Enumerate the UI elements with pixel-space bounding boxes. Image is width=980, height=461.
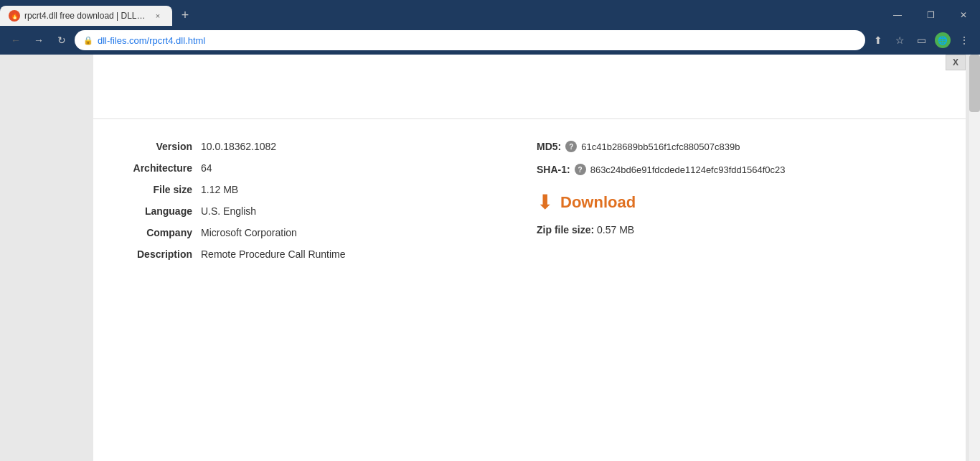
md5-row: MD5: ? 61c41b28689bb516f1cfc880507c839b (537, 141, 937, 152)
close-button[interactable]: ✕ (947, 2, 980, 28)
url-text: dll-files.com/rpcrt4.dll.html (98, 35, 857, 46)
md5-info-icon[interactable]: ? (565, 141, 577, 152)
bookmark-icon[interactable]: ☆ (890, 30, 910, 50)
toolbar-icons: ⬆ ☆ ▭ 🌐 ⋮ (868, 30, 974, 50)
hash-download-section: MD5: ? 61c41b28689bb516f1cfc880507c839b … (529, 141, 937, 270)
page-wrapper: X Version 10.0.18362.1082 Architecture 6… (0, 55, 980, 461)
company-row: Company Microsoft Corporation (108, 227, 508, 238)
file-info-section: Version 10.0.18362.1082 Architecture 64 … (93, 119, 966, 292)
sha1-value: 863c24bd6e91fdcdede1124efc93fdd1564f0c23 (590, 164, 786, 175)
file-size-label: File size (108, 184, 201, 195)
window-controls: — ❒ ✕ (881, 4, 980, 26)
banner-area (93, 55, 966, 119)
address-bar: ← → ↻ 🔒 dll-files.com/rpcrt4.dll.html ⬆ … (0, 26, 980, 55)
version-label: Version (108, 141, 201, 152)
active-tab[interactable]: 🔥 rpcrt4.dll free download | DLL-fi... × (0, 6, 172, 26)
file-details: Version 10.0.18362.1082 Architecture 64 … (108, 141, 529, 270)
browser-chrome: 🔥 rpcrt4.dll free download | DLL-fi... ×… (0, 0, 980, 55)
zip-size-label: Zip file size: (537, 224, 594, 236)
tab-bar: 🔥 rpcrt4.dll free download | DLL-fi... ×… (0, 0, 980, 26)
zip-info: Zip file size: 0.57 MB (537, 224, 937, 236)
sha1-row: SHA-1: ? 863c24bd6e91fdcdede1124efc93fdd… (537, 164, 937, 175)
download-button[interactable]: ⬇ Download (537, 192, 636, 213)
content-close-button[interactable]: X (946, 55, 966, 70)
scrollbar-thumb[interactable] (969, 55, 980, 112)
share-icon[interactable]: ⬆ (868, 30, 888, 50)
md5-label: MD5: (537, 141, 561, 152)
architecture-label: Architecture (108, 162, 201, 174)
tab-favicon: 🔥 (9, 10, 20, 22)
company-label: Company (108, 227, 201, 238)
new-tab-button[interactable]: + (175, 5, 195, 25)
download-text: Download (560, 193, 636, 212)
md5-value: 61c41b28689bb516f1cfc880507c839b (581, 141, 740, 152)
sha1-label: SHA-1: (537, 164, 570, 175)
reload-button[interactable]: ↻ (52, 30, 72, 50)
zip-size-value: 0.57 MB (597, 224, 634, 236)
url-bar[interactable]: 🔒 dll-files.com/rpcrt4.dll.html (75, 30, 865, 50)
company-value: Microsoft Corporation (201, 227, 297, 238)
lock-icon: 🔒 (83, 36, 93, 45)
language-row: Language U.S. English (108, 205, 508, 217)
sidebar-icon[interactable]: ▭ (911, 30, 931, 50)
main-content: X Version 10.0.18362.1082 Architecture 6… (93, 55, 966, 461)
architecture-value: 64 (201, 162, 212, 174)
minimize-button[interactable]: — (881, 2, 914, 28)
download-icon: ⬇ (537, 192, 553, 213)
back-button[interactable]: ← (6, 30, 26, 50)
sha1-info-icon[interactable]: ? (575, 164, 586, 175)
language-value: U.S. English (201, 205, 256, 217)
file-size-value: 1.12 MB (201, 184, 238, 195)
description-row: Description Remote Procedure Call Runtim… (108, 248, 508, 260)
description-value: Remote Procedure Call Runtime (201, 248, 346, 260)
menu-icon[interactable]: ⋮ (954, 30, 974, 50)
file-size-row: File size 1.12 MB (108, 184, 508, 195)
scrollbar-area (966, 55, 980, 461)
profile-avatar: 🌐 (935, 32, 951, 48)
tab-title: rpcrt4.dll free download | DLL-fi... (24, 11, 148, 21)
scrollbar-track[interactable] (969, 55, 980, 461)
architecture-row: Architecture 64 (108, 162, 508, 174)
sidebar-left (0, 55, 93, 461)
forward-button[interactable]: → (29, 30, 49, 50)
language-label: Language (108, 205, 201, 217)
version-value: 10.0.18362.1082 (201, 141, 276, 152)
tab-close-button[interactable]: × (152, 10, 164, 22)
version-row: Version 10.0.18362.1082 (108, 141, 508, 152)
description-label: Description (108, 248, 201, 260)
profile-icon[interactable]: 🌐 (933, 30, 953, 50)
maximize-button[interactable]: ❒ (914, 2, 947, 28)
